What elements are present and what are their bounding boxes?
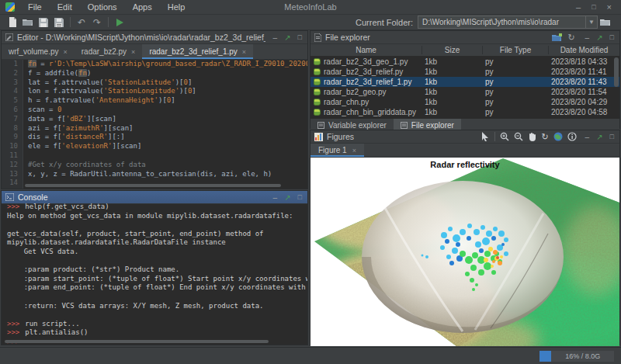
refresh-icon[interactable]: ↻	[567, 33, 574, 43]
file-table: radar_bz2_3d_geo_1.py1kbpy2023/8/18 04:3…	[310, 57, 619, 118]
select-tool-icon[interactable]	[481, 132, 490, 141]
console-horizontal-scrollbar[interactable]	[5, 340, 269, 343]
line-number: 6	[2, 106, 23, 115]
code-text: dis = f['distanceR'][:]	[23, 133, 125, 142]
console-line: get_vcs_data(self, product, start_point,…	[7, 230, 307, 239]
figure-tab[interactable]: Figure 1 ×	[310, 144, 364, 157]
file-name: radar_bz2_3d_relief.py	[324, 68, 403, 76]
code-line: 3lat = f.attrvalue('StationLatitude')[0]	[2, 78, 307, 88]
file-explorer-float-icon[interactable]: ↗	[596, 33, 602, 42]
file-explorer-title: File explorer	[325, 33, 370, 42]
console-minimize-icon[interactable]: –	[273, 193, 278, 202]
chevron-down-icon[interactable]: ▼	[585, 16, 597, 28]
identify-icon[interactable]	[567, 132, 577, 141]
console-text: :return: VCS data arrays: X/Y mesh, Z me…	[7, 302, 264, 310]
file-type-cell: py	[482, 98, 548, 106]
table-row[interactable]: radar_bz2_geo.py1kbpy2023/8/20 11:54	[310, 87, 619, 97]
file-size-cell: 1kb	[422, 57, 482, 66]
line-number: 8	[2, 124, 23, 133]
globe-icon[interactable]	[553, 132, 563, 141]
console-line	[7, 293, 307, 302]
editor-tab[interactable]: radar_bz2_3d_relief_1.py×	[142, 44, 253, 59]
editor-minimize-icon[interactable]: –	[273, 33, 278, 42]
line-number: 10	[2, 142, 23, 151]
rotate-tool-icon[interactable]: ↻	[541, 133, 548, 141]
browse-folder-icon[interactable]	[598, 16, 613, 29]
console-text: help(f.get_vcs_data)	[25, 203, 109, 210]
menu-help[interactable]: Help	[161, 2, 193, 12]
table-row[interactable]: radar_chn_bin_griddata.py1kbpy2023/8/20 …	[310, 107, 619, 117]
column-header-date-modified[interactable]: Date Modified	[548, 46, 619, 54]
table-row[interactable]: radar_chn.py1kbpy2023/8/20 04:29	[310, 97, 619, 107]
table-row[interactable]: radar_bz2_3d_relief_1.py1kbpy2023/8/20 1…	[310, 77, 619, 87]
save-as-icon[interactable]	[51, 16, 67, 29]
memory-indicator[interactable]: 16% / 8.0G	[539, 351, 614, 362]
meteoinfo-logo-icon	[5, 2, 15, 12]
file-explorer-minimize-icon[interactable]: –	[585, 33, 590, 42]
redo-icon[interactable]: ↷	[89, 16, 105, 29]
tab-close-icon[interactable]: ×	[131, 48, 135, 56]
bottom-tab-label: File explorer	[411, 121, 454, 130]
console-text: run script...	[25, 320, 79, 328]
save-icon[interactable]	[36, 16, 51, 29]
line-number: 5	[2, 96, 23, 106]
tab-close-icon[interactable]: ×	[63, 48, 67, 56]
line-number: 11	[2, 151, 23, 161]
menu-file[interactable]: File	[21, 2, 49, 12]
run-script-icon[interactable]	[112, 16, 127, 29]
editor-tab-label: radar_bz2.py	[82, 47, 127, 56]
set-current-folder-icon[interactable]	[552, 33, 562, 42]
line-number: 1	[2, 60, 23, 69]
menu-edit[interactable]: Edit	[50, 2, 79, 12]
zoom-out-icon[interactable]	[514, 132, 523, 141]
editor-horizontal-scrollbar[interactable]	[25, 184, 281, 187]
editor-tab-bar: wrf_volume.py×radar_bz2.py×radar_bz2_3d_…	[2, 44, 307, 60]
line-number: 2	[2, 69, 23, 78]
python-file-icon	[314, 58, 321, 65]
minimize-window-icon[interactable]: –	[576, 3, 581, 11]
current-folder-combobox[interactable]: D:\Working\MIScript\Jython\mis\io\radar …	[418, 16, 598, 29]
file-date-cell: 2023/8/20 04:29	[548, 98, 619, 106]
code-text: scan = 0	[23, 106, 61, 115]
file-name: radar_chn.py	[324, 98, 369, 106]
editor-maximize-icon[interactable]: □	[298, 33, 302, 41]
maximize-window-icon[interactable]: □	[592, 3, 595, 11]
column-header-size[interactable]: Size	[422, 46, 482, 54]
code-text: f = addfile(fn)	[23, 69, 91, 78]
file-size-cell: 1kb	[422, 78, 482, 86]
figures-maximize-icon[interactable]: □	[610, 133, 614, 140]
menu-apps[interactable]: Apps	[126, 2, 159, 12]
figures-float-icon[interactable]: ↗	[596, 133, 602, 141]
tab-close-icon[interactable]: ×	[242, 48, 246, 56]
console-prompt: >>>	[7, 328, 25, 336]
editor-tab[interactable]: radar_bz2.py×	[75, 44, 143, 59]
table-row[interactable]: radar_bz2_3d_relief.py1kbpy2023/8/20 11:…	[310, 67, 619, 77]
undo-icon[interactable]: ↶	[74, 16, 89, 29]
file-name: radar_bz2_geo.py	[324, 88, 387, 96]
table-row[interactable]: radar_bz2_3d_geo_1.py1kbpy2023/8/18 04:3…	[310, 57, 619, 67]
python-file-icon	[314, 68, 321, 75]
open-file-icon[interactable]	[20, 16, 36, 29]
console-float-icon[interactable]: ↗	[284, 193, 290, 202]
console-maximize-icon[interactable]: □	[298, 193, 302, 201]
figure-tab-close-icon[interactable]: ×	[352, 147, 356, 154]
editor-float-icon[interactable]: ↗	[284, 33, 290, 42]
figures-titlebar: Figures ↻ – ↗ □	[310, 130, 619, 144]
console-output-area[interactable]: >>>help(f.get_vcs_data)Help on method ge…	[2, 203, 307, 344]
new-script-icon[interactable]	[5, 16, 20, 29]
pan-tool-icon[interactable]	[528, 132, 536, 141]
figures-minimize-icon[interactable]: –	[585, 133, 590, 141]
column-header-name[interactable]: Name	[310, 46, 422, 54]
code-editor-area[interactable]: 1fn = r'D:\Temp\LaSW\airship\ground_base…	[2, 60, 307, 189]
column-header-file-type[interactable]: File Type	[482, 46, 548, 54]
zoom-in-icon[interactable]	[500, 132, 509, 141]
file-table-vertical-scrollbar[interactable]	[614, 57, 619, 87]
code-line: 8azi = f['azimuthR'][scan]	[2, 124, 307, 133]
file-type-cell: py	[482, 78, 548, 86]
menu-options[interactable]: Options	[81, 2, 124, 12]
editor-tab[interactable]: wrf_volume.py×	[2, 44, 75, 59]
figure-canvas[interactable]: Radar reflectivity	[310, 158, 619, 346]
file-explorer-maximize-icon[interactable]: □	[610, 33, 614, 41]
table-row[interactable]	[310, 117, 619, 118]
close-window-icon[interactable]: ×	[607, 3, 612, 11]
